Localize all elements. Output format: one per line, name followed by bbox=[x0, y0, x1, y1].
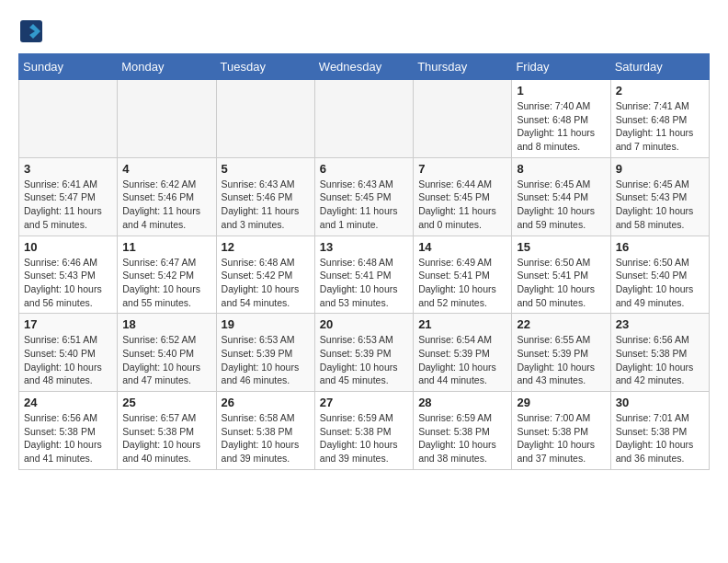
day-number: 16 bbox=[616, 240, 704, 254]
day-info: Sunrise: 6:51 AM Sunset: 5:40 PM Dayligh… bbox=[24, 333, 112, 387]
calendar-cell: 30Sunrise: 7:01 AM Sunset: 5:38 PM Dayli… bbox=[610, 392, 709, 470]
day-number: 5 bbox=[222, 162, 310, 176]
calendar-week-1: 1Sunrise: 7:40 AM Sunset: 6:48 PM Daylig… bbox=[19, 80, 710, 158]
calendar-cell bbox=[19, 80, 118, 158]
day-number: 27 bbox=[320, 396, 408, 409]
calendar-cell: 25Sunrise: 6:57 AM Sunset: 5:38 PM Dayli… bbox=[118, 392, 216, 470]
day-info: Sunrise: 6:44 AM Sunset: 5:45 PM Dayligh… bbox=[418, 178, 506, 232]
day-number: 4 bbox=[122, 162, 210, 176]
calendar-cell: 29Sunrise: 7:00 AM Sunset: 5:38 PM Dayli… bbox=[512, 392, 610, 470]
calendar-cell bbox=[414, 80, 512, 158]
day-number: 25 bbox=[122, 396, 210, 409]
page-header bbox=[18, 18, 710, 44]
calendar-cell: 10Sunrise: 6:46 AM Sunset: 5:43 PM Dayli… bbox=[19, 236, 118, 314]
day-info: Sunrise: 7:40 AM Sunset: 6:48 PM Dayligh… bbox=[517, 99, 605, 154]
day-number: 29 bbox=[517, 396, 605, 409]
calendar-cell: 20Sunrise: 6:53 AM Sunset: 5:39 PM Dayli… bbox=[314, 314, 413, 392]
calendar-cell: 24Sunrise: 6:56 AM Sunset: 5:38 PM Dayli… bbox=[19, 392, 118, 470]
calendar-week-3: 10Sunrise: 6:46 AM Sunset: 5:43 PM Dayli… bbox=[19, 236, 710, 314]
day-number: 26 bbox=[222, 396, 310, 409]
day-info: Sunrise: 6:57 AM Sunset: 5:38 PM Dayligh… bbox=[122, 411, 210, 465]
day-number: 8 bbox=[517, 162, 605, 176]
day-number: 19 bbox=[222, 317, 310, 331]
calendar-week-4: 17Sunrise: 6:51 AM Sunset: 5:40 PM Dayli… bbox=[19, 314, 710, 392]
weekday-header-sunday: Sunday bbox=[19, 54, 118, 80]
day-info: Sunrise: 6:45 AM Sunset: 5:43 PM Dayligh… bbox=[616, 178, 704, 232]
day-info: Sunrise: 7:41 AM Sunset: 6:48 PM Dayligh… bbox=[616, 99, 704, 154]
day-info: Sunrise: 6:54 AM Sunset: 5:39 PM Dayligh… bbox=[418, 333, 506, 387]
calendar-cell: 5Sunrise: 6:43 AM Sunset: 5:46 PM Daylig… bbox=[216, 157, 314, 236]
day-info: Sunrise: 6:58 AM Sunset: 5:38 PM Dayligh… bbox=[222, 411, 310, 465]
day-info: Sunrise: 7:01 AM Sunset: 5:38 PM Dayligh… bbox=[616, 411, 704, 465]
calendar-cell: 17Sunrise: 6:51 AM Sunset: 5:40 PM Dayli… bbox=[19, 314, 118, 392]
day-info: Sunrise: 6:47 AM Sunset: 5:42 PM Dayligh… bbox=[122, 256, 210, 310]
day-number: 23 bbox=[616, 317, 704, 331]
calendar-cell: 14Sunrise: 6:49 AM Sunset: 5:41 PM Dayli… bbox=[414, 236, 512, 314]
calendar-cell: 12Sunrise: 6:48 AM Sunset: 5:42 PM Dayli… bbox=[216, 236, 314, 314]
calendar-cell: 13Sunrise: 6:48 AM Sunset: 5:41 PM Dayli… bbox=[314, 236, 413, 314]
weekday-header-wednesday: Wednesday bbox=[314, 54, 413, 80]
weekday-header-friday: Friday bbox=[512, 54, 610, 80]
day-number: 9 bbox=[616, 162, 704, 176]
day-number: 24 bbox=[24, 396, 112, 409]
day-info: Sunrise: 6:56 AM Sunset: 5:38 PM Dayligh… bbox=[24, 411, 112, 465]
day-number: 6 bbox=[320, 162, 408, 176]
calendar-cell: 27Sunrise: 6:59 AM Sunset: 5:38 PM Dayli… bbox=[314, 392, 413, 470]
calendar-cell: 15Sunrise: 6:50 AM Sunset: 5:41 PM Dayli… bbox=[512, 236, 610, 314]
day-number: 18 bbox=[122, 317, 210, 331]
calendar-header-row: SundayMondayTuesdayWednesdayThursdayFrid… bbox=[19, 54, 710, 80]
calendar-cell: 22Sunrise: 6:55 AM Sunset: 5:39 PM Dayli… bbox=[512, 314, 610, 392]
day-info: Sunrise: 6:45 AM Sunset: 5:44 PM Dayligh… bbox=[517, 178, 605, 232]
day-info: Sunrise: 7:00 AM Sunset: 5:38 PM Dayligh… bbox=[517, 411, 605, 465]
day-number: 12 bbox=[222, 240, 310, 254]
weekday-header-tuesday: Tuesday bbox=[216, 54, 314, 80]
calendar-cell: 2Sunrise: 7:41 AM Sunset: 6:48 PM Daylig… bbox=[610, 80, 709, 158]
calendar-week-5: 24Sunrise: 6:56 AM Sunset: 5:38 PM Dayli… bbox=[19, 392, 710, 470]
calendar-cell: 26Sunrise: 6:58 AM Sunset: 5:38 PM Dayli… bbox=[216, 392, 314, 470]
day-info: Sunrise: 6:43 AM Sunset: 5:46 PM Dayligh… bbox=[222, 178, 310, 232]
calendar-cell: 11Sunrise: 6:47 AM Sunset: 5:42 PM Dayli… bbox=[118, 236, 216, 314]
day-number: 2 bbox=[616, 84, 704, 98]
calendar-week-2: 3Sunrise: 6:41 AM Sunset: 5:47 PM Daylig… bbox=[19, 157, 710, 236]
day-number: 1 bbox=[517, 84, 605, 98]
day-number: 20 bbox=[320, 317, 408, 331]
calendar-cell: 18Sunrise: 6:52 AM Sunset: 5:40 PM Dayli… bbox=[118, 314, 216, 392]
day-number: 28 bbox=[418, 396, 506, 409]
day-number: 15 bbox=[517, 240, 605, 254]
day-info: Sunrise: 6:41 AM Sunset: 5:47 PM Dayligh… bbox=[24, 178, 112, 232]
day-info: Sunrise: 6:43 AM Sunset: 5:45 PM Dayligh… bbox=[320, 178, 408, 232]
calendar-cell: 21Sunrise: 6:54 AM Sunset: 5:39 PM Dayli… bbox=[414, 314, 512, 392]
calendar-cell: 1Sunrise: 7:40 AM Sunset: 6:48 PM Daylig… bbox=[512, 80, 610, 158]
day-number: 22 bbox=[517, 317, 605, 331]
day-info: Sunrise: 6:55 AM Sunset: 5:39 PM Dayligh… bbox=[517, 333, 605, 387]
day-number: 21 bbox=[418, 317, 506, 331]
day-number: 30 bbox=[616, 396, 704, 409]
calendar-cell: 3Sunrise: 6:41 AM Sunset: 5:47 PM Daylig… bbox=[19, 157, 118, 236]
calendar-table: SundayMondayTuesdayWednesdayThursdayFrid… bbox=[18, 53, 710, 470]
day-info: Sunrise: 6:42 AM Sunset: 5:46 PM Dayligh… bbox=[122, 178, 210, 232]
day-number: 13 bbox=[320, 240, 408, 254]
weekday-header-monday: Monday bbox=[118, 54, 216, 80]
day-info: Sunrise: 6:53 AM Sunset: 5:39 PM Dayligh… bbox=[222, 333, 310, 387]
calendar-cell: 8Sunrise: 6:45 AM Sunset: 5:44 PM Daylig… bbox=[512, 157, 610, 236]
calendar-cell: 6Sunrise: 6:43 AM Sunset: 5:45 PM Daylig… bbox=[314, 157, 413, 236]
day-info: Sunrise: 6:49 AM Sunset: 5:41 PM Dayligh… bbox=[418, 256, 506, 310]
day-number: 14 bbox=[418, 240, 506, 254]
calendar-cell: 16Sunrise: 6:50 AM Sunset: 5:40 PM Dayli… bbox=[610, 236, 709, 314]
day-number: 11 bbox=[122, 240, 210, 254]
calendar-cell bbox=[216, 80, 314, 158]
day-info: Sunrise: 6:53 AM Sunset: 5:39 PM Dayligh… bbox=[320, 333, 408, 387]
calendar-cell: 7Sunrise: 6:44 AM Sunset: 5:45 PM Daylig… bbox=[414, 157, 512, 236]
calendar-cell bbox=[314, 80, 413, 158]
logo-icon bbox=[18, 18, 44, 44]
calendar-cell: 9Sunrise: 6:45 AM Sunset: 5:43 PM Daylig… bbox=[610, 157, 709, 236]
logo bbox=[18, 18, 48, 44]
day-number: 17 bbox=[24, 317, 112, 331]
day-info: Sunrise: 6:59 AM Sunset: 5:38 PM Dayligh… bbox=[418, 411, 506, 465]
day-info: Sunrise: 6:48 AM Sunset: 5:41 PM Dayligh… bbox=[320, 256, 408, 310]
calendar-cell: 28Sunrise: 6:59 AM Sunset: 5:38 PM Dayli… bbox=[414, 392, 512, 470]
day-info: Sunrise: 6:59 AM Sunset: 5:38 PM Dayligh… bbox=[320, 411, 408, 465]
calendar-cell bbox=[118, 80, 216, 158]
day-info: Sunrise: 6:56 AM Sunset: 5:38 PM Dayligh… bbox=[616, 333, 704, 387]
day-info: Sunrise: 6:48 AM Sunset: 5:42 PM Dayligh… bbox=[222, 256, 310, 310]
